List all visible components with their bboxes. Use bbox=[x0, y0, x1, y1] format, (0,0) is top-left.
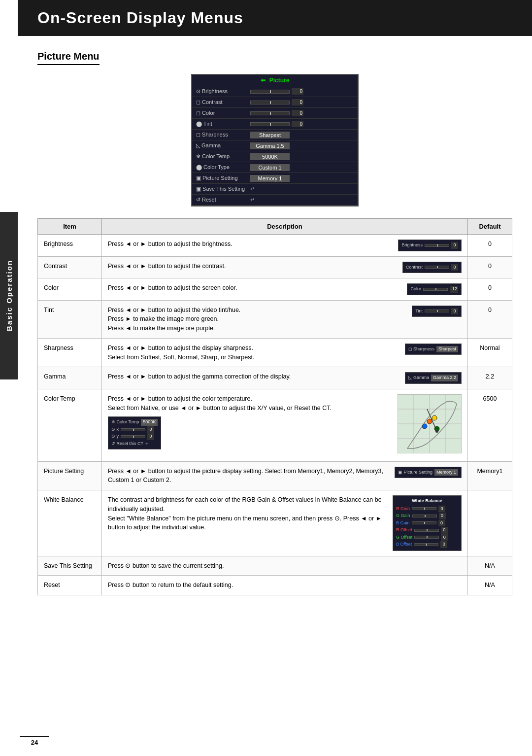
table-row: Color Temp Press ◄ or ► button to adjust… bbox=[38, 389, 512, 461]
osd-icon: ⬅ bbox=[261, 77, 266, 84]
osd-colortemp-label: ❄ Color Temp bbox=[196, 153, 250, 160]
osd-row-brightness: ⊙ Brightness 0 bbox=[192, 86, 358, 97]
mini-osd-brightness: Brightness 0 bbox=[398, 240, 462, 251]
mini-osd-color: Color -12 bbox=[407, 283, 462, 295]
mini-osd-colortemp: ❄ Color Temp 5000K ⊙ x 0 bbox=[108, 416, 161, 449]
side-tab: Basic Operation bbox=[0, 212, 18, 379]
mini-row: G Gain 0 bbox=[396, 513, 458, 519]
osd-tint-value: 0 bbox=[292, 121, 303, 127]
section-title: Picture Menu bbox=[37, 51, 100, 65]
col-item-header: Item bbox=[38, 219, 102, 235]
osd-tint-bar bbox=[250, 122, 290, 126]
osd-picturesetting-label: ▣ Picture Setting bbox=[196, 175, 250, 181]
osd-row-save: ▣ Save This Setting ↵ bbox=[192, 184, 358, 195]
desc-img-contrast: Contrast 0 bbox=[402, 262, 462, 274]
mini-osd-sharpness: ◻ Sharpness Sharpest bbox=[405, 344, 462, 355]
desc-picturesetting: Press ◄ or ► button to adjust the pictur… bbox=[102, 461, 468, 490]
desc-text-contrast: Press ◄ or ► button to adjust the contra… bbox=[108, 262, 397, 271]
osd-contrast-value: 0 bbox=[292, 99, 303, 105]
table-row: Color Press ◄ or ► button to adjust the … bbox=[38, 278, 512, 301]
mini-row: Brightness 0 bbox=[401, 242, 458, 249]
desc-img-whitebalance: White Balance R Gain 0 G Gain bbox=[393, 495, 462, 551]
mini-row: ◻ Sharpness Sharpest bbox=[408, 346, 458, 353]
item-brightness: Brightness bbox=[38, 235, 102, 257]
table-row: Picture Setting Press ◄ or ► button to a… bbox=[38, 461, 512, 490]
desc-contrast: Press ◄ or ► button to adjust the contra… bbox=[102, 256, 468, 278]
item-sharpness: Sharpness bbox=[38, 338, 102, 367]
desc-gamma: Press ◄ or ► button to adjust the gamma … bbox=[102, 367, 468, 389]
page-footer: 24 bbox=[20, 736, 49, 746]
mini-row: ❄ Color Temp 5000K bbox=[111, 419, 158, 426]
desc-sharpness: Press ◄ or ► button to adjust the displa… bbox=[102, 338, 468, 367]
svg-point-12 bbox=[435, 430, 438, 433]
mini-row: R Gain 0 bbox=[396, 506, 458, 513]
osd-colortype-value: Custom 1 bbox=[250, 164, 290, 171]
mini-row: R Offset 0 bbox=[396, 527, 458, 534]
desc-table: Item Description Default Brightness Pres… bbox=[37, 218, 512, 595]
osd-menu-area: ⬅ Picture ⊙ Brightness 0 ◻ Contrast bbox=[37, 74, 512, 206]
item-savesetting: Save This Setting bbox=[38, 556, 102, 576]
osd-picturesetting-value: Memory 1 bbox=[250, 175, 290, 182]
default-picturesetting: Memory1 bbox=[468, 461, 512, 490]
osd-row-colortype: ⬤ Color Type Custom 1 bbox=[192, 162, 358, 173]
desc-color: Press ◄ or ► button to adjust the screen… bbox=[102, 278, 468, 301]
item-color: Color bbox=[38, 278, 102, 301]
desc-cell-brightness: Press ◄ or ► button to adjust the bright… bbox=[108, 240, 462, 251]
mini-osd-wb: White Balance R Gain 0 G Gain bbox=[393, 495, 462, 551]
mini-osd-gamma: ◺ Gamma Gamma 2.2 bbox=[405, 372, 462, 384]
col-default-header: Default bbox=[468, 219, 512, 235]
page-header: On-Screen Display Menus bbox=[18, 0, 532, 36]
osd-row-colortemp: ❄ Color Temp 5000K bbox=[192, 151, 358, 162]
mini-row: ◺ Gamma Gamma 2.2 bbox=[408, 375, 458, 381]
table-row: Tint Press ◄ or ► button to adjust the v… bbox=[38, 300, 512, 338]
osd-brightness-label: ⊙ Brightness bbox=[196, 88, 250, 95]
desc-cell-tint: Press ◄ or ► button to adjust the video … bbox=[108, 306, 462, 333]
osd-title-text: Picture bbox=[269, 77, 290, 84]
item-whitebalance: White Balance bbox=[38, 490, 102, 556]
desc-text-sharpness: Press ◄ or ► button to adjust the displa… bbox=[108, 344, 399, 362]
desc-img-colortemp bbox=[398, 394, 462, 456]
table-row: Contrast Press ◄ or ► button to adjust t… bbox=[38, 256, 512, 278]
osd-colortemp-value: 5000K bbox=[250, 153, 290, 160]
osd-gamma-label: ◺ Gamma bbox=[196, 142, 250, 149]
desc-img-tint: Tint 0 bbox=[412, 306, 462, 317]
mini-row: ⊙ y 0 bbox=[111, 433, 158, 440]
desc-cell-picturesetting: Press ◄ or ► button to adjust the pictur… bbox=[108, 467, 462, 485]
default-tint: 0 bbox=[468, 300, 512, 338]
osd-contrast-bar bbox=[250, 101, 290, 104]
mini-osd-contrast: Contrast 0 bbox=[402, 262, 462, 274]
desc-reset: Press ⊙ button to return to the default … bbox=[102, 576, 468, 595]
mini-row: ▣ Picture Setting Memory 1 bbox=[398, 469, 458, 476]
side-tab-label: Basic Operation bbox=[5, 260, 13, 331]
mini-row: B Offset 0 bbox=[396, 541, 458, 548]
desc-cell-gamma: Press ◄ or ► button to adjust the gamma … bbox=[108, 372, 462, 384]
osd-brightness-bar bbox=[250, 90, 290, 94]
table-row: White Balance The contrast and brightnes… bbox=[38, 490, 512, 556]
osd-reset-label: ↺ Reset bbox=[196, 197, 250, 203]
desc-whitebalance: The contrast and brightness for each col… bbox=[102, 490, 468, 556]
mini-row: B Gain 0 bbox=[396, 520, 458, 527]
osd-save-label: ▣ Save This Setting bbox=[196, 186, 250, 192]
default-brightness: 0 bbox=[468, 235, 512, 257]
page-wrapper: Basic Operation On-Screen Display Menus … bbox=[0, 0, 532, 756]
main-content: On-Screen Display Menus Picture Menu ⬅ P… bbox=[18, 0, 532, 756]
colortemp-mini-area: ❄ Color Temp 5000K ⊙ x 0 bbox=[108, 416, 392, 449]
svg-point-9 bbox=[422, 424, 427, 429]
desc-colortemp: Press ◄ or ► button to adjust the color … bbox=[102, 389, 468, 461]
default-colortemp: 6500 bbox=[468, 389, 512, 461]
osd-color-label: ◻ Color bbox=[196, 110, 250, 116]
osd-color-bar-area: 0 bbox=[250, 110, 354, 116]
desc-text-brightness: Press ◄ or ► button to adjust the bright… bbox=[108, 240, 392, 249]
osd-sharpness-label: ◻ Sharpness bbox=[196, 132, 250, 138]
desc-img-color: Color -12 bbox=[407, 283, 462, 295]
osd-gamma-value: Gamma 1.5 bbox=[250, 142, 290, 149]
desc-img-sharpness: ◻ Sharpness Sharpest bbox=[405, 344, 462, 355]
col-desc-header: Description bbox=[102, 219, 468, 235]
item-tint: Tint bbox=[38, 300, 102, 338]
desc-cell-colortemp: Press ◄ or ► button to adjust the color … bbox=[108, 394, 462, 456]
item-gamma: Gamma bbox=[38, 367, 102, 389]
osd-row-sharpness: ◻ Sharpness Sharpest bbox=[192, 130, 358, 140]
osd-reset-arrow: ↵ bbox=[250, 197, 255, 203]
svg-point-7 bbox=[427, 419, 432, 424]
item-contrast: Contrast bbox=[38, 256, 102, 278]
